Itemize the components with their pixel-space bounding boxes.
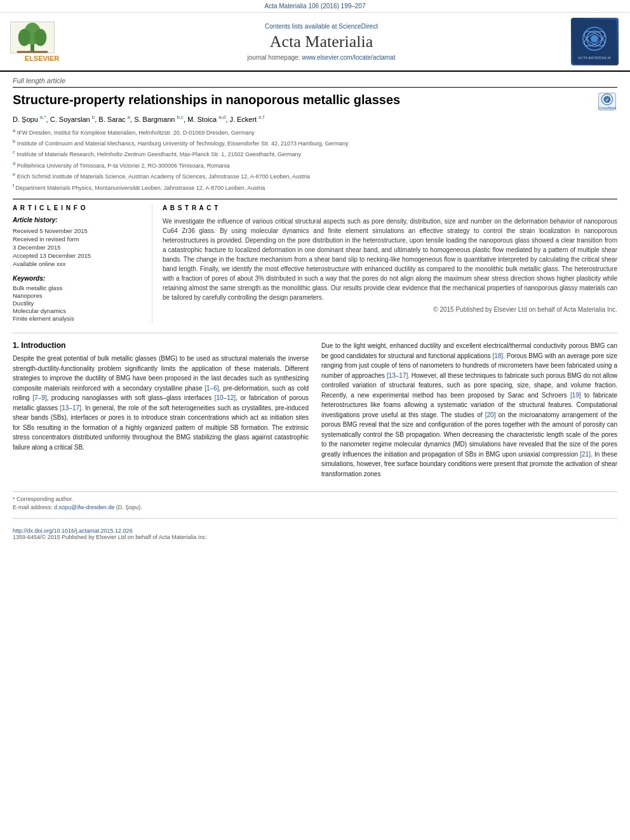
author-stoica: M. Stoica a,d, bbox=[187, 116, 229, 123]
sciencedirect-link[interactable]: ScienceDirect bbox=[338, 23, 378, 30]
history-revised-label: Received in revised form bbox=[13, 236, 144, 243]
svg-text:✓: ✓ bbox=[605, 98, 609, 103]
email-link[interactable]: d.sopu@ifw-dresden.de bbox=[54, 504, 114, 510]
history-online: Available online xxx bbox=[13, 260, 144, 267]
affiliation-e: e Erich Schmid Institute of Materials Sc… bbox=[13, 171, 617, 181]
introduction-section: 1. Introduction Despite the great potent… bbox=[13, 341, 617, 479]
affiliation-b: b Institute of Continuum and Material Me… bbox=[13, 138, 617, 148]
journal-center: Contents lists available at ScienceDirec… bbox=[74, 23, 569, 61]
keyword-2: Nanopores bbox=[13, 292, 144, 299]
section-divider bbox=[13, 333, 617, 333]
abstract-text: We investigate the influence of various … bbox=[163, 217, 617, 302]
keyword-4: Molecular dynamics bbox=[13, 307, 144, 314]
elsevier-tree-icon bbox=[10, 22, 55, 53]
keywords-section: Keywords: Bulk metallic glass Nanopores … bbox=[13, 275, 144, 322]
corresponding-note: * Corresponding author. bbox=[13, 496, 617, 502]
intro-title-text: Introduction bbox=[21, 341, 65, 350]
ref-20[interactable]: [20] bbox=[485, 411, 496, 418]
ref-19[interactable]: [19] bbox=[570, 392, 581, 399]
abstract-label: A B S T R A C T bbox=[163, 204, 617, 211]
svg-point-2 bbox=[18, 29, 30, 46]
ref-21[interactable]: [21] bbox=[580, 451, 591, 458]
affiliations: a IFW Dresden, Institut für Komplexe Mat… bbox=[13, 127, 617, 192]
author-bargmann: S. Bargmann b,c, bbox=[134, 116, 187, 123]
keyword-5: Finite element analysis bbox=[13, 315, 144, 322]
elsevier-logo: ELSEVIER bbox=[10, 22, 74, 62]
affiliation-c: c Institute of Materials Research, Helmh… bbox=[13, 149, 617, 159]
article-type: Full length article bbox=[13, 72, 617, 88]
doi-link[interactable]: http://dx.doi.org/10.1016/j.actamat.2015… bbox=[13, 528, 133, 534]
author-sarac: B. Sarac a, bbox=[98, 116, 134, 123]
article-title-row: Structure-property relationships in nano… bbox=[13, 93, 617, 110]
author-soyarslan: C. Soyarslan b, bbox=[50, 116, 99, 123]
crossmark-badge: ✓ CrossMark bbox=[598, 93, 617, 110]
main-content: Full length article Structure-property r… bbox=[0, 72, 630, 540]
keyword-3: Ductility bbox=[13, 300, 144, 307]
svg-rect-4 bbox=[17, 51, 48, 53]
journal-reference-bar: Acta Materialia 106 (2016) 199–207 bbox=[0, 0, 630, 13]
history-received: Received 5 November 2015 bbox=[13, 227, 144, 234]
author-eckert: J. Eckert e,f bbox=[229, 116, 264, 123]
footer-divider bbox=[13, 518, 617, 519]
issn-line: 1359-6454/© 2015 Published by Elsevier L… bbox=[13, 534, 617, 540]
article-info-col: A R T I C L E I N F O Article history: R… bbox=[13, 204, 152, 323]
article-history-label: Article history: bbox=[13, 217, 144, 223]
homepage-link[interactable]: www.elsevier.com/locate/actamat bbox=[302, 54, 395, 61]
email-line: E-mail address: d.sopu@ifw-dresden.de (D… bbox=[13, 504, 617, 510]
author-sopu: D. Şopu a,*, bbox=[13, 116, 50, 123]
keyword-1: Bulk metallic glass bbox=[13, 284, 144, 291]
intro-right-text: Due to the light weight, enhanced ductil… bbox=[321, 341, 617, 479]
abstract-col: A B S T R A C T We investigate the influ… bbox=[163, 204, 617, 323]
intro-title: 1. Introduction bbox=[13, 341, 309, 350]
intro-left-text: Despite the great potential of bulk meta… bbox=[13, 354, 309, 452]
elsevier-text: ELSEVIER bbox=[10, 55, 74, 62]
article-info-abstract-section: A R T I C L E I N F O Article history: R… bbox=[13, 199, 617, 323]
svg-point-3 bbox=[34, 29, 46, 46]
contents-line: Contents lists available at ScienceDirec… bbox=[74, 23, 569, 30]
svg-rect-0 bbox=[30, 44, 34, 53]
intro-left-col: 1. Introduction Despite the great potent… bbox=[13, 341, 309, 479]
history-accepted: Accepted 13 December 2015 bbox=[13, 252, 144, 259]
ref-1-6[interactable]: [1–6] bbox=[204, 385, 218, 392]
journal-header: ELSEVIER Contents lists available at Sci… bbox=[0, 13, 630, 72]
ref-7-9[interactable]: [7–9] bbox=[32, 394, 46, 401]
journal-logo-right: ACTA MATERIALIA bbox=[569, 18, 620, 65]
ref-10-12[interactable]: [10–12] bbox=[215, 394, 236, 401]
crossmark-icon: ✓ CrossMark bbox=[598, 93, 616, 110]
journal-homepage: journal homepage: www.elsevier.com/locat… bbox=[74, 54, 569, 61]
keywords-label: Keywords: bbox=[13, 275, 144, 282]
abstract-footer: © 2015 Published by Elsevier Ltd on beha… bbox=[163, 306, 617, 313]
journal-title: Acta Materialia bbox=[74, 32, 569, 51]
doi-line: http://dx.doi.org/10.1016/j.actamat.2015… bbox=[13, 526, 617, 534]
svg-text:ACTA MATERIALIA: ACTA MATERIALIA bbox=[578, 56, 611, 60]
history-revised-date: 3 December 2015 bbox=[13, 244, 144, 251]
ref-13-17b[interactable]: [13–17] bbox=[387, 372, 408, 379]
affiliation-d: d Politehnica University of Timisoara, P… bbox=[13, 160, 617, 170]
ref-13-17[interactable]: [13–17] bbox=[60, 404, 81, 411]
authors-line: D. Şopu a,*, C. Soyarslan b, B. Sarac a,… bbox=[13, 114, 617, 123]
acta-logo-icon: ACTA MATERIALIA bbox=[571, 18, 619, 65]
ref-18[interactable]: [18] bbox=[492, 352, 503, 359]
article-info-label: A R T I C L E I N F O bbox=[13, 204, 144, 211]
svg-point-8 bbox=[591, 35, 598, 43]
affiliation-a: a IFW Dresden, Institut für Komplexe Mat… bbox=[13, 127, 617, 137]
intro-right-col: Due to the light weight, enhanced ductil… bbox=[321, 341, 617, 479]
journal-reference: Acta Materialia 106 (2016) 199–207 bbox=[265, 3, 366, 10]
footer-section: * Corresponding author. E-mail address: … bbox=[13, 491, 617, 540]
article-title: Structure-property relationships in nano… bbox=[13, 93, 592, 107]
affiliation-f: f Department Materials Physics, Montanun… bbox=[13, 182, 617, 192]
